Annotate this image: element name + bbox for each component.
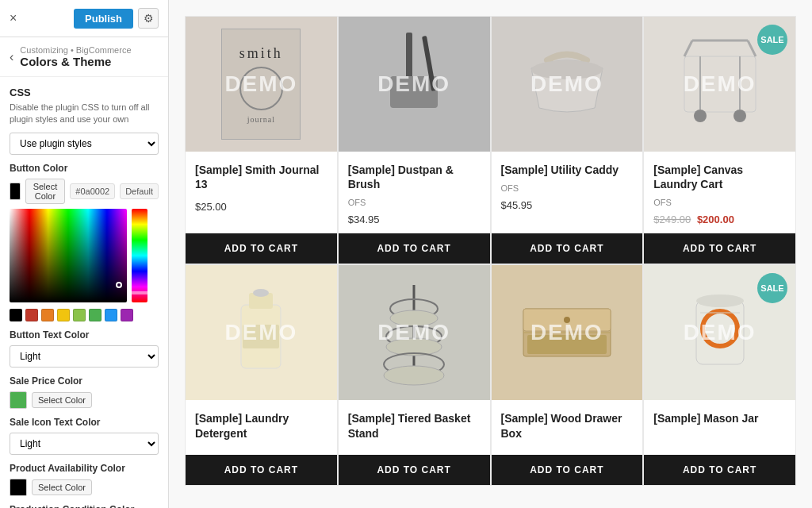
color-gradient-picker[interactable] (10, 209, 127, 302)
sale-price-select-button[interactable]: Select Color (32, 392, 92, 408)
product-card: DEMO [Sample] Utility Caddy OFS $45.95 A… (491, 16, 644, 264)
cart-svg (668, 33, 772, 136)
wood-svg (515, 293, 619, 372)
select-color-button[interactable]: Select Color (25, 179, 66, 204)
swatch-red[interactable] (25, 309, 38, 321)
product-card: SALE DEMO [Sample] Canvas Laundry Cart O… (643, 16, 796, 264)
product-availability-select-button[interactable]: Select Color (32, 479, 92, 495)
sale-price-swatch[interactable] (10, 391, 27, 409)
add-to-cart-button[interactable]: ADD TO CART (186, 233, 337, 264)
hue-strip[interactable] (132, 209, 147, 302)
product-ofs: OFS (653, 198, 786, 207)
jar-svg (676, 281, 764, 384)
color-picker[interactable] (10, 209, 159, 302)
product-price: $45.95 (501, 199, 634, 211)
add-to-cart-button[interactable]: ADD TO CART (339, 455, 490, 485)
button-color-swatch[interactable] (10, 183, 21, 200)
publish-button[interactable]: Publish (74, 9, 133, 29)
product-info: [Sample] Canvas Laundry Cart OFS $249.00… (644, 152, 795, 233)
svg-point-8 (694, 110, 707, 122)
product-info: [Sample] Tiered Basket Stand (339, 400, 490, 454)
product-info: [Sample] Smith Journal 13 $25.00 (186, 152, 337, 233)
css-plugin-select[interactable]: Use plugin styles (10, 133, 159, 155)
product-info: [Sample] Dustpan & Brush OFS $34.95 (339, 152, 490, 233)
add-to-cart-button[interactable]: ADD TO CART (186, 455, 337, 485)
back-arrow-icon[interactable]: ‹ (10, 50, 13, 64)
color-picker-dot (116, 282, 122, 288)
publish-area: Publish ⚙ (74, 8, 159, 29)
product-name: [Sample] Laundry Detergent (195, 411, 327, 440)
product-image: DEMO (339, 17, 490, 152)
add-to-cart-button[interactable]: ADD TO CART (644, 455, 795, 485)
product-card: DEMO [Sample] Tiered Basket Stand ADD TO… (338, 264, 491, 485)
sidebar-header: × Publish ⚙ (0, 0, 168, 37)
button-color-row: Select Color #0a0002 Default (10, 179, 159, 204)
product-price: $25.00 (195, 201, 327, 213)
product-name: [Sample] Smith Journal 13 (195, 163, 327, 191)
add-to-cart-button[interactable]: ADD TO CART (644, 233, 795, 264)
swatch-blue[interactable] (105, 309, 117, 321)
default-button[interactable]: Default (120, 183, 159, 199)
product-name: [Sample] Dustpan & Brush (348, 163, 481, 191)
product-availability-color-label: Product Availability Color (10, 463, 159, 474)
dustpan-svg (378, 29, 450, 140)
swatch-green[interactable] (89, 309, 102, 321)
add-to-cart-button[interactable]: ADD TO CART (492, 455, 643, 485)
product-image: DEMO (339, 265, 490, 400)
product-ofs: OFS (348, 198, 481, 207)
sidebar-nav: ‹ Customizing • BigCommerce Colors & The… (0, 37, 168, 77)
sale-icon-text-color-label: Sale Icon Text Color (10, 417, 159, 428)
svg-point-18 (390, 310, 438, 326)
breadcrumb: Customizing • BigCommerce (20, 45, 131, 55)
swatch-lightgreen[interactable] (73, 309, 86, 321)
sale-price-color-label: Sale Price Color (10, 375, 159, 387)
swatch-black[interactable] (10, 309, 22, 321)
product-image: DEMO (492, 265, 643, 400)
sidebar-nav-content: Customizing • BigCommerce Colors & Theme (20, 45, 131, 68)
svg-rect-4 (684, 56, 756, 112)
button-text-color-select[interactable]: Light (10, 345, 159, 368)
sale-badge: SALE (757, 273, 787, 303)
svg-line-5 (684, 40, 692, 56)
swatch-purple[interactable] (121, 309, 133, 321)
basket-svg (374, 277, 454, 388)
swatch-orange[interactable] (41, 309, 54, 321)
css-section-title: CSS (10, 87, 159, 98)
page-title: Colors & Theme (20, 55, 131, 68)
svg-point-25 (564, 317, 570, 323)
product-info: [Sample] Mason Jar (644, 400, 795, 454)
product-name: [Sample] Wood Drawer Box (501, 411, 634, 440)
sidebar: × Publish ⚙ ‹ Customizing • BigCommerce … (0, 0, 169, 508)
close-button[interactable]: × (10, 11, 17, 25)
button-text-color-label: Button Text Color (10, 329, 159, 341)
production-condition-color-label: Production Condition Color (10, 504, 159, 508)
svg-point-30 (696, 294, 744, 307)
svg-rect-27 (527, 335, 607, 354)
hue-handle (132, 291, 147, 294)
product-availability-swatch[interactable] (10, 479, 27, 496)
product-image: DEMO (492, 17, 643, 152)
css-section-desc: Disable the plugin CSS to turn off all p… (10, 102, 159, 126)
svg-point-14 (253, 289, 269, 297)
products-grid: smith journal DEMO [Sample] Smith Journa… (185, 16, 796, 486)
product-card: SALE DEMO [Sample] Mason Jar ADD TO CART (643, 264, 796, 485)
add-to-cart-button[interactable]: ADD TO CART (492, 233, 643, 264)
sale-icon-text-color-select[interactable]: Light (10, 433, 159, 455)
product-info: [Sample] Laundry Detergent (186, 400, 337, 454)
product-card: DEMO [Sample] Laundry Detergent ADD TO C… (185, 264, 338, 485)
product-image: smith journal DEMO (186, 17, 337, 152)
add-to-cart-button[interactable]: ADD TO CART (339, 233, 490, 264)
main-content: smith journal DEMO [Sample] Smith Journa… (169, 0, 812, 508)
sale-price-color-row: Select Color (10, 391, 159, 409)
product-info: [Sample] Wood Drawer Box (492, 400, 643, 454)
settings-button[interactable]: ⚙ (138, 8, 159, 29)
sale-price: $200.00 (697, 214, 734, 225)
swatch-yellow[interactable] (57, 309, 70, 321)
product-card: DEMO [Sample] Wood Drawer Box ADD TO CAR… (491, 264, 644, 485)
sale-badge: SALE (757, 25, 787, 55)
caddy-svg (515, 44, 619, 124)
product-info: [Sample] Utility Caddy OFS $45.95 (492, 152, 643, 233)
product-ofs: OFS (501, 183, 634, 193)
svg-point-22 (384, 366, 444, 385)
product-image: SALE DEMO (644, 265, 795, 400)
